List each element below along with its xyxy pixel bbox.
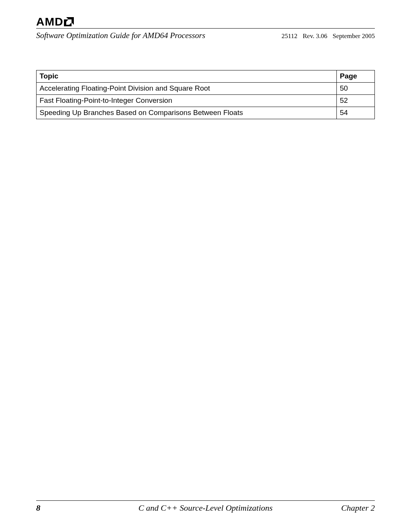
doc-revision: Rev. 3.06 bbox=[303, 32, 328, 40]
cell-topic: Accelerating Floating-Point Division and… bbox=[37, 83, 337, 95]
table-header-row: Topic Page bbox=[37, 70, 375, 83]
amd-logo: AMD bbox=[36, 15, 375, 27]
col-header-page: Page bbox=[337, 70, 375, 83]
cell-topic: Speeding Up Branches Based on Comparison… bbox=[37, 107, 337, 119]
header-band: Software Optimization Guide for AMD64 Pr… bbox=[36, 31, 375, 40]
amd-logo-text: AMD bbox=[36, 15, 63, 28]
amd-logo-arrow-icon bbox=[64, 16, 74, 29]
page-number: 8 bbox=[36, 503, 40, 513]
header-divider bbox=[36, 28, 375, 29]
footer: 8 C and C++ Source-Level Optimizations C… bbox=[36, 500, 375, 513]
col-header-topic: Topic bbox=[37, 70, 337, 83]
footer-band: 8 C and C++ Source-Level Optimizations C… bbox=[36, 503, 375, 513]
content-area: Topic Page Accelerating Floating-Point D… bbox=[36, 70, 375, 119]
cell-topic: Fast Floating-Point-to-Integer Conversio… bbox=[37, 95, 337, 107]
cell-page: 54 bbox=[337, 107, 375, 119]
section-title: C and C++ Source-Level Optimizations bbox=[139, 503, 273, 513]
table-row: Accelerating Floating-Point Division and… bbox=[37, 83, 375, 95]
document-meta: 25112 Rev. 3.06 September 2005 bbox=[282, 32, 375, 40]
document-title: Software Optimization Guide for AMD64 Pr… bbox=[36, 31, 205, 40]
footer-divider bbox=[36, 500, 375, 501]
table-row: Fast Floating-Point-to-Integer Conversio… bbox=[37, 95, 375, 107]
cell-page: 50 bbox=[337, 83, 375, 95]
cell-page: 52 bbox=[337, 95, 375, 107]
doc-number: 25112 bbox=[282, 32, 298, 40]
chapter-indicator: Chapter 2 bbox=[341, 503, 375, 513]
topic-table: Topic Page Accelerating Floating-Point D… bbox=[36, 70, 375, 119]
table-row: Speeding Up Branches Based on Comparison… bbox=[37, 107, 375, 119]
doc-date: September 2005 bbox=[333, 32, 375, 40]
